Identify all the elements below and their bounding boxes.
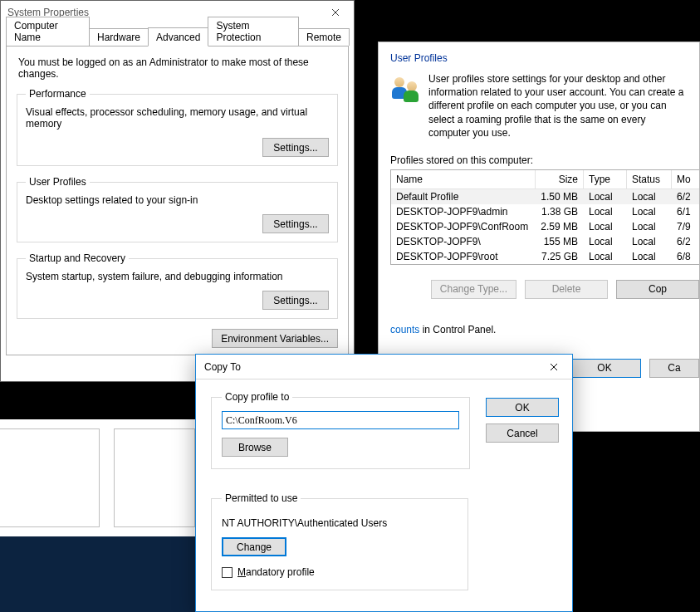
ok-button[interactable]: OK [568,359,641,378]
group-startup-recovery: Startup and Recovery System startup, sys… [17,252,338,319]
tabstrip: Computer Name Hardware Advanced System P… [6,27,349,46]
col-name[interactable]: Name [391,170,536,189]
profiles-button-row: Change Type... Delete Cop [379,265,699,299]
group-legend: User Profiles [26,176,90,188]
group-permitted-to-use: Permitted to use NT AUTHORITY\Authentica… [211,492,468,590]
permitted-user: NT AUTHORITY\Authenticated Users [222,517,458,529]
mandatory-profile-checkbox[interactable]: Mandatory profile [222,566,458,578]
startup-settings-button[interactable]: Settings... [262,291,329,310]
background-strip [0,536,195,612]
checkbox-label: Mandatory profile [237,566,315,578]
background-panel [114,428,195,527]
tab-advanced[interactable]: Advanced [148,27,208,47]
profiles-table[interactable]: Name Size Type Status Mo Default Profile… [390,169,700,265]
group-performance: Performance Visual effects, processor sc… [17,88,338,166]
window-title: Copy To [204,361,536,373]
browse-button[interactable]: Browse [222,438,288,457]
col-status[interactable]: Status [627,170,672,189]
admin-note: You must be logged on as an Administrato… [18,56,338,80]
col-size[interactable]: Size [536,170,584,189]
system-properties-window: System Properties Computer Name Hardware… [0,0,355,382]
table-row[interactable]: DESKTOP-JOPF9\root 7.25 GB Local Local 6… [391,249,700,264]
window-title: User Profiles [379,42,699,72]
copy-to-button[interactable]: Cop [616,280,699,299]
close-icon[interactable] [536,355,572,379]
tab-hardware[interactable]: Hardware [89,28,149,46]
group-copy-profile-to: Copy profile to Browse [211,391,470,469]
group-legend: Startup and Recovery [26,252,129,264]
userprofiles-settings-button[interactable]: Settings... [262,214,329,233]
tab-system-protection[interactable]: System Protection [208,17,299,46]
group-legend: Copy profile to [222,391,292,403]
change-button[interactable]: Change [222,537,286,556]
group-description: Desktop settings related to your sign-in [26,194,329,206]
users-icon [392,76,420,104]
group-user-profiles: User Profiles Desktop settings related t… [17,176,338,242]
close-icon[interactable] [317,1,354,24]
table-header: Name Size Type Status Mo [391,170,700,189]
group-legend: Performance [26,88,90,100]
stored-label: Profiles stored on this computer: [379,140,699,169]
table-row[interactable]: DESKTOP-JOPF9\ConfRoom 2.59 MB Local Loc… [391,219,700,234]
group-description: System startup, system failure, and debu… [26,271,329,282]
table-row[interactable]: DESKTOP-JOPF9\ 155 MB Local Local 6/2 [391,234,700,249]
change-type-button: Change Type... [431,280,516,299]
col-type[interactable]: Type [584,170,627,189]
tab-remote[interactable]: Remote [298,28,350,46]
cancel-button[interactable]: Ca [649,359,699,378]
table-row[interactable]: Default Profile 1.50 MB Local Local 6/2 [391,189,700,204]
tab-computer-name[interactable]: Computer Name [6,17,90,46]
user-accounts-note: counts in Control Panel. [379,299,699,335]
user-accounts-link[interactable]: counts [390,324,419,335]
cancel-button[interactable]: Cancel [486,424,559,443]
table-row[interactable]: DESKTOP-JOPF9\admin 1.38 GB Local Local … [391,204,700,219]
group-legend: Permitted to use [222,492,301,504]
checkbox-icon[interactable] [222,567,233,578]
copy-to-dialog: Copy To Copy profile to Browse Permitted… [195,354,573,612]
col-modified[interactable]: Mo [672,170,700,189]
background-panel [0,428,100,527]
titlebar: Copy To [196,355,572,379]
performance-settings-button[interactable]: Settings... [262,138,329,157]
delete-button: Delete [525,280,608,299]
tab-body-advanced: You must be logged on as an Administrato… [6,46,349,355]
profile-path-input[interactable] [222,411,459,429]
environment-variables-button[interactable]: Environment Variables... [212,329,338,348]
group-description: Visual effects, processor scheduling, me… [26,106,329,130]
user-profiles-description: User profiles store settings for your de… [428,72,688,140]
ok-button[interactable]: OK [486,398,559,417]
